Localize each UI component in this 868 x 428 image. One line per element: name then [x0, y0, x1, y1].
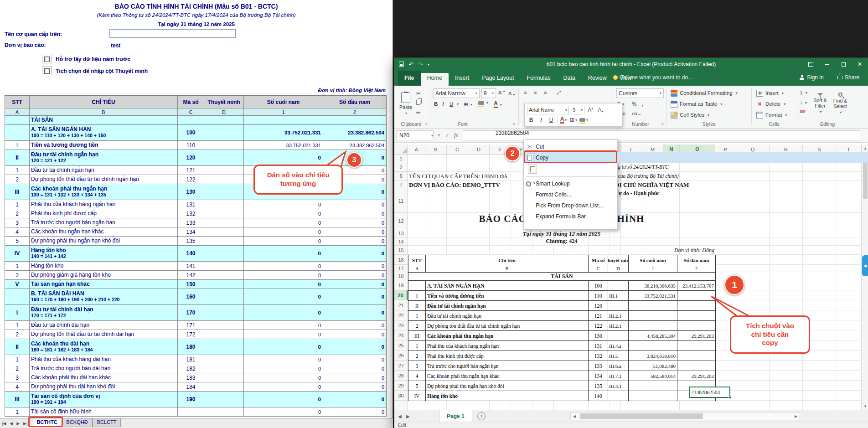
row-end-value[interactable]: 0 [244, 237, 323, 245]
cell-stt[interactable]: II [408, 301, 426, 310]
row-end-value[interactable]: 0 [244, 200, 323, 209]
font-size-select[interactable]: 9▾ [481, 88, 496, 98]
cell-name[interactable]: Dự phòng phải thu ngắn hạn khó đòi [426, 381, 589, 391]
cell-note[interactable]: III.2.1 [608, 321, 629, 330]
number-dialog-launcher[interactable]: ↘ [661, 121, 664, 126]
decrease-decimal-button[interactable]: .00→ [631, 111, 641, 116]
align-middle-icon[interactable]: ≡ [534, 90, 537, 95]
name-box[interactable]: N20▾ [396, 130, 434, 140]
ribbon-display-options-icon[interactable] [802, 58, 819, 71]
row-end-value[interactable]: 0 [244, 262, 323, 270]
row-note-cell[interactable] [204, 392, 244, 407]
row-end-value[interactable]: 0 [244, 209, 323, 218]
row-note-cell[interactable] [204, 200, 244, 209]
styles-item-conditional-formatting[interactable]: Conditional Formatting▾ [669, 88, 739, 98]
autosum-button[interactable]: Σ▾ [800, 90, 807, 95]
row-header-2[interactable]: 2 [394, 163, 408, 172]
cell-name[interactable]: Các khoản phải thu ngắn hạn khác [426, 371, 589, 381]
percent-style-button[interactable]: % [632, 101, 636, 107]
cell-end-value[interactable]: 3,824,618,810 [629, 351, 677, 361]
cell-begin-value[interactable] [677, 291, 715, 300]
row-header-28[interactable]: 28 [394, 371, 408, 381]
cells-item-delete[interactable]: ×Delete▾ [754, 98, 789, 109]
context-menu-item-paste-option[interactable] [524, 163, 617, 175]
cell-code[interactable]: 121 [589, 311, 608, 320]
sign-in-button[interactable]: Sign in [799, 74, 824, 81]
maximize-button[interactable] [835, 58, 852, 71]
ribbon-tab-formulas[interactable]: Formulas [520, 71, 557, 86]
row-begin-value[interactable]: 0 [323, 209, 386, 218]
increase-font-icon[interactable]: A▴ [498, 90, 505, 95]
cell-end-value[interactable]: 4,458,285,304 [629, 331, 677, 340]
orientation-icon[interactable]: ⤢ [557, 90, 561, 96]
row-note-cell[interactable] [204, 218, 244, 227]
font-name-select[interactable]: Arial Narrow▾ [433, 88, 480, 98]
row-note-cell[interactable] [204, 141, 244, 150]
row-header-13[interactable]: 13 [394, 229, 408, 237]
row-end-value[interactable]: 0 [244, 280, 323, 289]
minimize-button[interactable] [819, 58, 835, 71]
context-menu-item-expand-formula-bar[interactable]: Expand Formula Bar [524, 211, 617, 222]
styles-item-cell-styles[interactable]: Cell Styles▾ [669, 109, 739, 120]
context-menu-item-pick-from-drop-down-list[interactable]: Pick From Drop-down List... [524, 200, 617, 211]
row-note-cell[interactable] [204, 237, 244, 245]
cell-begin-value[interactable]: 29,291,203 [677, 371, 715, 381]
bold-button[interactable]: B [527, 116, 535, 124]
cell-name[interactable]: Các khoản phải thu ngắn hạn [426, 331, 589, 340]
row-note-cell[interactable] [204, 355, 244, 364]
row-begin-value[interactable]: 0 [323, 392, 386, 407]
ribbon-tab-insert[interactable]: Insert [449, 71, 475, 86]
enter-icon[interactable]: ✓ [445, 132, 450, 139]
cell-code[interactable]: 100 [589, 281, 608, 290]
cell-note[interactable]: III.4.1 [608, 381, 629, 391]
cell-end-value[interactable]: 582,584,014 [629, 371, 677, 381]
font-color-button[interactable]: A▾ [559, 116, 568, 124]
row-end-value[interactable]: 33.752.021.331 [244, 141, 323, 150]
row-begin-value[interactable]: 0 [323, 407, 386, 416]
row-end-value[interactable]: 0 [244, 227, 323, 236]
cell-note[interactable] [608, 281, 629, 290]
row-begin-value[interactable]: 0 [323, 339, 386, 355]
row-note-cell[interactable] [204, 262, 244, 270]
insert-function-icon[interactable]: fx [454, 132, 458, 139]
row-note-cell[interactable] [204, 330, 244, 339]
prev-sheet-icon[interactable]: ◀ [398, 410, 402, 422]
row-begin-value[interactable]: 0 [323, 200, 386, 209]
row-note-cell[interactable] [204, 184, 244, 200]
cell-end-value[interactable] [629, 391, 677, 401]
select-all-corner[interactable] [394, 144, 408, 155]
row-begin-value[interactable]: 0 [323, 382, 386, 391]
row-note-cell[interactable] [204, 373, 244, 382]
mini-font-name-select[interactable]: Arial Narro▾ [527, 106, 569, 114]
vertical-scrollbar[interactable]: ▲ ▼ [862, 144, 868, 410]
row-end-value[interactable]: 0 [244, 321, 323, 330]
row-note-cell[interactable] [204, 271, 244, 279]
decrease-font-icon[interactable]: A▾ [596, 106, 604, 114]
column-header-D[interactable]: D [468, 144, 490, 154]
cell-code[interactable]: 135 [589, 381, 608, 391]
cell-name[interactable]: Hàng tồn kho [426, 391, 589, 401]
ribbon-tab-home[interactable]: Home [421, 73, 449, 86]
column-header-B[interactable]: B [425, 144, 447, 154]
bold-button[interactable]: B [434, 101, 438, 107]
cell-grid[interactable]: Mẫu số B01/BCTC (Kèm theo Thông tư số 24… [408, 155, 862, 410]
horizontal-scroll-thumb[interactable] [580, 413, 703, 419]
row-end-value[interactable]: 0 [244, 271, 323, 279]
cell-stt[interactable]: 4 [408, 371, 426, 381]
row-end-value[interactable]: 0 [244, 289, 323, 304]
row-begin-value[interactable]: 0 [323, 218, 386, 227]
row-header-16[interactable]: 16 [394, 255, 408, 265]
cell-begin-value[interactable] [677, 361, 715, 371]
column-header-A[interactable]: A [408, 144, 425, 154]
clear-button[interactable] [800, 110, 805, 113]
row-header-27[interactable]: 27 [394, 361, 408, 371]
row-begin-value[interactable]: 0 [323, 305, 386, 320]
cell-name[interactable]: Đầu tư tài chính ngắn hạn [426, 301, 589, 310]
cell-code[interactable]: 130 [589, 331, 608, 340]
cell-code[interactable]: 134 [589, 371, 608, 381]
row-begin-value[interactable]: 0 [323, 237, 386, 245]
paste-button[interactable]: Paste ▾ [397, 88, 414, 119]
row-begin-value[interactable]: 23.382.862.504 [323, 125, 386, 140]
ribbon-tab-data[interactable]: Data [557, 71, 581, 86]
align-top-icon[interactable]: ≡ [524, 90, 527, 95]
